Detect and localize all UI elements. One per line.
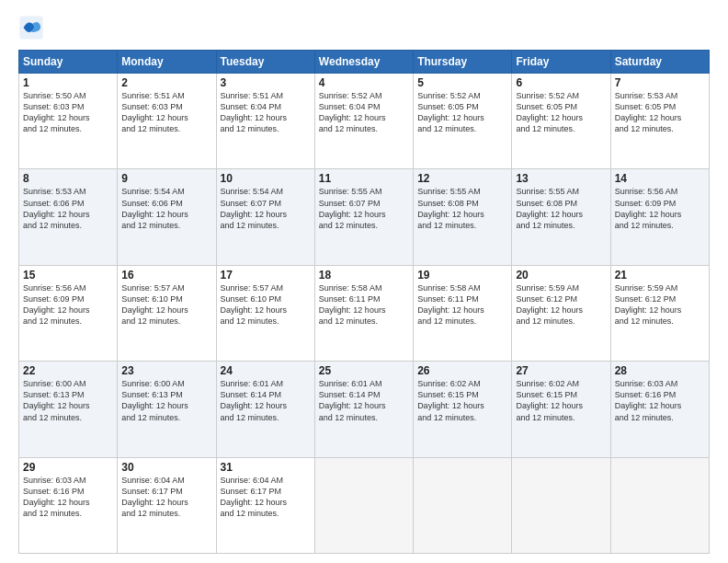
empty-cell xyxy=(610,457,709,553)
cell-content: Sunrise: 6:04 AMSunset: 6:17 PMDaylight:… xyxy=(121,475,211,520)
day-number: 28 xyxy=(615,364,705,377)
day-number: 12 xyxy=(417,172,507,185)
day-cell-12: 12 Sunrise: 5:55 AMSunset: 6:08 PMDaylig… xyxy=(414,169,512,265)
day-cell-1: 1 Sunrise: 5:50 AMSunset: 6:03 PMDayligh… xyxy=(19,74,118,169)
cell-content: Sunrise: 5:51 AMSunset: 6:03 PMDaylight:… xyxy=(121,90,211,135)
day-number: 14 xyxy=(615,172,705,185)
empty-cell xyxy=(414,457,512,553)
cell-content: Sunrise: 5:53 AMSunset: 6:06 PMDaylight:… xyxy=(23,186,113,231)
cell-content: Sunrise: 5:59 AMSunset: 6:12 PMDaylight:… xyxy=(615,282,705,327)
cell-content: Sunrise: 5:52 AMSunset: 6:05 PMDaylight:… xyxy=(417,90,507,135)
cell-content: Sunrise: 5:55 AMSunset: 6:08 PMDaylight:… xyxy=(516,186,606,231)
day-number: 1 xyxy=(23,76,113,89)
cell-content: Sunrise: 6:00 AMSunset: 6:13 PMDaylight:… xyxy=(23,378,113,423)
empty-cell xyxy=(512,457,610,553)
week-row-5: 29 Sunrise: 6:03 AMSunset: 6:16 PMDaylig… xyxy=(19,457,710,553)
day-cell-14: 14 Sunrise: 5:56 AMSunset: 6:09 PMDaylig… xyxy=(610,169,709,265)
day-number: 16 xyxy=(121,269,211,282)
cell-content: Sunrise: 5:59 AMSunset: 6:12 PMDaylight:… xyxy=(516,282,606,327)
day-number: 21 xyxy=(615,269,705,282)
day-cell-9: 9 Sunrise: 5:54 AMSunset: 6:06 PMDayligh… xyxy=(118,169,216,265)
day-number: 26 xyxy=(417,364,507,377)
cell-content: Sunrise: 6:01 AMSunset: 6:14 PMDaylight:… xyxy=(221,378,311,423)
cell-content: Sunrise: 5:51 AMSunset: 6:04 PMDaylight:… xyxy=(221,90,311,135)
day-number: 25 xyxy=(319,364,409,377)
day-cell-25: 25 Sunrise: 6:01 AMSunset: 6:14 PMDaylig… xyxy=(314,362,413,457)
day-number: 8 xyxy=(23,172,113,185)
cell-content: Sunrise: 6:04 AMSunset: 6:17 PMDaylight:… xyxy=(221,475,311,520)
day-number: 17 xyxy=(221,269,311,282)
day-cell-22: 22 Sunrise: 6:00 AMSunset: 6:13 PMDaylig… xyxy=(19,362,118,457)
day-cell-5: 5 Sunrise: 5:52 AMSunset: 6:05 PMDayligh… xyxy=(414,74,512,169)
day-cell-10: 10 Sunrise: 5:54 AMSunset: 6:07 PMDaylig… xyxy=(216,169,314,265)
day-number: 5 xyxy=(417,76,507,89)
day-number: 9 xyxy=(121,172,211,185)
cell-content: Sunrise: 5:57 AMSunset: 6:10 PMDaylight:… xyxy=(121,282,211,327)
day-number: 24 xyxy=(221,364,311,377)
day-cell-2: 2 Sunrise: 5:51 AMSunset: 6:03 PMDayligh… xyxy=(118,74,216,169)
day-number: 7 xyxy=(615,76,705,89)
day-number: 15 xyxy=(23,269,113,282)
day-cell-29: 29 Sunrise: 6:03 AMSunset: 6:16 PMDaylig… xyxy=(19,457,118,553)
day-cell-18: 18 Sunrise: 5:58 AMSunset: 6:11 PMDaylig… xyxy=(314,265,413,361)
day-number: 3 xyxy=(221,76,311,89)
day-cell-21: 21 Sunrise: 5:59 AMSunset: 6:12 PMDaylig… xyxy=(610,265,709,361)
cell-content: Sunrise: 6:02 AMSunset: 6:15 PMDaylight:… xyxy=(516,378,606,423)
logo-icon xyxy=(18,15,44,40)
cell-content: Sunrise: 5:56 AMSunset: 6:09 PMDaylight:… xyxy=(23,282,113,327)
cell-content: Sunrise: 5:56 AMSunset: 6:09 PMDaylight:… xyxy=(615,186,705,231)
day-cell-8: 8 Sunrise: 5:53 AMSunset: 6:06 PMDayligh… xyxy=(19,169,118,265)
day-number: 4 xyxy=(319,76,409,89)
page: SundayMondayTuesdayWednesdayThursdayFrid… xyxy=(0,0,728,563)
day-cell-3: 3 Sunrise: 5:51 AMSunset: 6:04 PMDayligh… xyxy=(216,74,314,169)
day-cell-7: 7 Sunrise: 5:53 AMSunset: 6:05 PMDayligh… xyxy=(610,74,709,169)
header xyxy=(18,15,710,40)
day-cell-28: 28 Sunrise: 6:03 AMSunset: 6:16 PMDaylig… xyxy=(610,362,709,457)
col-header-tuesday: Tuesday xyxy=(216,51,314,74)
cell-content: Sunrise: 5:52 AMSunset: 6:04 PMDaylight:… xyxy=(319,90,409,135)
day-cell-30: 30 Sunrise: 6:04 AMSunset: 6:17 PMDaylig… xyxy=(118,457,216,553)
cell-content: Sunrise: 5:50 AMSunset: 6:03 PMDaylight:… xyxy=(23,90,113,135)
day-number: 19 xyxy=(417,269,507,282)
day-number: 29 xyxy=(23,461,113,474)
week-row-4: 22 Sunrise: 6:00 AMSunset: 6:13 PMDaylig… xyxy=(19,362,710,457)
day-cell-27: 27 Sunrise: 6:02 AMSunset: 6:15 PMDaylig… xyxy=(512,362,610,457)
day-cell-26: 26 Sunrise: 6:02 AMSunset: 6:15 PMDaylig… xyxy=(414,362,512,457)
cell-content: Sunrise: 5:55 AMSunset: 6:07 PMDaylight:… xyxy=(319,186,409,231)
day-number: 27 xyxy=(516,364,606,377)
day-number: 13 xyxy=(516,172,606,185)
logo xyxy=(18,15,48,40)
col-header-thursday: Thursday xyxy=(414,51,512,74)
day-cell-13: 13 Sunrise: 5:55 AMSunset: 6:08 PMDaylig… xyxy=(512,169,610,265)
cell-content: Sunrise: 5:57 AMSunset: 6:10 PMDaylight:… xyxy=(221,282,311,327)
cell-content: Sunrise: 6:01 AMSunset: 6:14 PMDaylight:… xyxy=(319,378,409,423)
cell-content: Sunrise: 6:00 AMSunset: 6:13 PMDaylight:… xyxy=(121,378,211,423)
cell-content: Sunrise: 5:55 AMSunset: 6:08 PMDaylight:… xyxy=(417,186,507,231)
day-number: 18 xyxy=(319,269,409,282)
col-header-wednesday: Wednesday xyxy=(314,51,413,74)
cell-content: Sunrise: 5:58 AMSunset: 6:11 PMDaylight:… xyxy=(417,282,507,327)
col-header-saturday: Saturday xyxy=(610,51,709,74)
day-cell-23: 23 Sunrise: 6:00 AMSunset: 6:13 PMDaylig… xyxy=(118,362,216,457)
day-number: 11 xyxy=(319,172,409,185)
day-number: 10 xyxy=(221,172,311,185)
col-header-sunday: Sunday xyxy=(19,51,118,74)
day-number: 23 xyxy=(121,364,211,377)
col-header-monday: Monday xyxy=(118,51,216,74)
day-number: 31 xyxy=(221,461,311,474)
week-row-2: 8 Sunrise: 5:53 AMSunset: 6:06 PMDayligh… xyxy=(19,169,710,265)
week-row-3: 15 Sunrise: 5:56 AMSunset: 6:09 PMDaylig… xyxy=(19,265,710,361)
calendar-table: SundayMondayTuesdayWednesdayThursdayFrid… xyxy=(18,50,710,554)
cell-content: Sunrise: 5:58 AMSunset: 6:11 PMDaylight:… xyxy=(319,282,409,327)
day-cell-11: 11 Sunrise: 5:55 AMSunset: 6:07 PMDaylig… xyxy=(314,169,413,265)
day-number: 30 xyxy=(121,461,211,474)
cell-content: Sunrise: 5:52 AMSunset: 6:05 PMDaylight:… xyxy=(516,90,606,135)
cell-content: Sunrise: 5:54 AMSunset: 6:06 PMDaylight:… xyxy=(121,186,211,231)
day-cell-19: 19 Sunrise: 5:58 AMSunset: 6:11 PMDaylig… xyxy=(414,265,512,361)
empty-cell xyxy=(314,457,413,553)
day-number: 6 xyxy=(516,76,606,89)
week-row-1: 1 Sunrise: 5:50 AMSunset: 6:03 PMDayligh… xyxy=(19,74,710,169)
col-header-friday: Friday xyxy=(512,51,610,74)
day-cell-16: 16 Sunrise: 5:57 AMSunset: 6:10 PMDaylig… xyxy=(118,265,216,361)
cell-content: Sunrise: 6:03 AMSunset: 6:16 PMDaylight:… xyxy=(23,475,113,520)
